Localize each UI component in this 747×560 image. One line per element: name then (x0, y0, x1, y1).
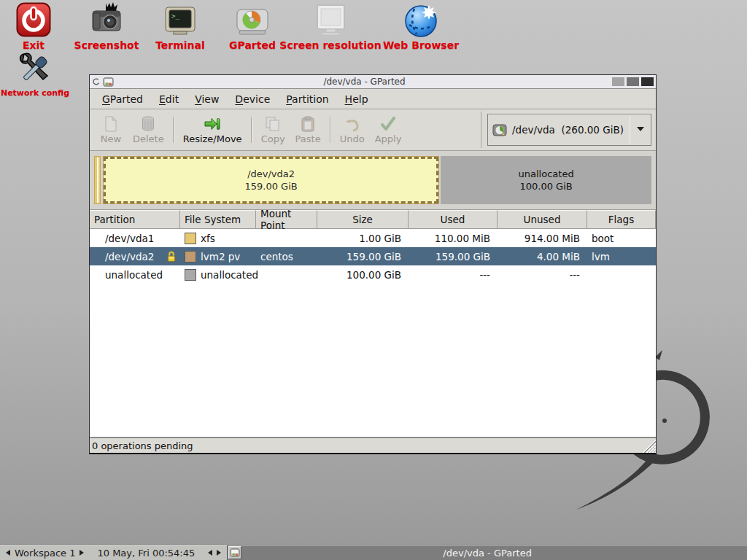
partition-bar-vda2-inner: /dev/vda2 159.00 GiB (104, 157, 438, 203)
new-button[interactable]: New (94, 113, 128, 147)
cell-partition: /dev/vda1 (90, 229, 180, 247)
workspace-pager: Workspace 1 (0, 548, 90, 559)
desktop-icon-label: GParted (229, 39, 276, 51)
desktop-icon-label: Screen resolution (279, 39, 381, 51)
column-header-used[interactable]: Used (409, 210, 498, 229)
column-header-size[interactable]: Size (317, 210, 409, 229)
titlebar[interactable]: /dev/vda - GParted (90, 75, 656, 89)
desktop-icon-terminal[interactable]: >_ Terminal (147, 2, 213, 51)
table-row-unallocated[interactable]: unallocated unallocated 100.00 GiB --- -… (90, 265, 656, 284)
desktop-icon-network-config[interactable]: Network config (1, 51, 69, 98)
undo-button[interactable]: Undo (335, 113, 370, 147)
menu-view[interactable]: View (187, 90, 227, 108)
terminal-icon: >_ (163, 2, 198, 37)
tools-icon (18, 51, 53, 86)
toolbar-separator (330, 117, 331, 143)
task-scroll-arrows (202, 550, 227, 556)
camera-icon (88, 2, 125, 37)
paste-button[interactable]: Paste (290, 113, 326, 147)
cell-size: 1.00 GiB (317, 229, 409, 247)
cell-used: --- (409, 265, 498, 284)
task-prev-icon[interactable] (208, 550, 212, 556)
delete-icon (142, 115, 155, 133)
paste-icon (301, 115, 315, 133)
resize-move-icon (204, 115, 221, 133)
task-next-icon[interactable] (217, 550, 221, 556)
workspace-prev-icon[interactable] (6, 550, 10, 556)
desktop-icon-screen-resolution[interactable]: Screen resolution (282, 2, 379, 51)
resize-grip[interactable] (643, 440, 656, 453)
device-selector[interactable]: /dev/vda (260.00 GiB) (487, 114, 651, 146)
cell-used: 159.00 GiB (409, 247, 498, 265)
status-text: 0 operations pending (92, 440, 193, 451)
desktop-icon-exit[interactable]: Exit (4, 2, 63, 51)
minimize-button[interactable] (612, 77, 624, 86)
menu-edit[interactable]: Edit (151, 90, 187, 108)
cell-partition: /dev/vda2 (90, 247, 180, 265)
cell-unused: --- (498, 265, 587, 284)
task-title: /dev/vda - GParted (228, 548, 747, 559)
cell-unused: 914.00 MiB (498, 229, 587, 247)
menu-help[interactable]: Help (337, 90, 376, 108)
copy-icon (265, 115, 281, 133)
cell-filesystem: unallocated (180, 265, 256, 284)
cell-filesystem: xfs (180, 229, 256, 247)
delete-button[interactable]: Delete (128, 113, 169, 147)
workspace-next-icon[interactable] (80, 550, 84, 556)
window-controls (612, 77, 654, 86)
column-header-mountpoint[interactable]: Mount Point (256, 210, 317, 229)
task-button-gparted[interactable]: /dev/vda - GParted (227, 545, 747, 560)
table-row-vda1[interactable]: /dev/vda1 xfs 1.00 GiB 110.00 MiB 914.00… (90, 229, 656, 247)
partition-bar-vda1[interactable] (94, 156, 101, 204)
cell-size: 159.00 GiB (317, 247, 409, 265)
partition-bar-label: /dev/vda2 (247, 168, 295, 180)
desktop-icon-gparted[interactable]: GParted (220, 2, 285, 51)
desktop-icon-label: Screenshot (74, 39, 139, 51)
chevron-down-icon[interactable] (630, 123, 651, 137)
workspace-label[interactable]: Workspace 1 (15, 548, 75, 559)
table-row-vda2[interactable]: /dev/vda2 lvm2 pv centos 159.00 GiB 159.… (90, 247, 656, 265)
filesystem-color-swatch (185, 269, 196, 281)
maximize-button[interactable] (627, 77, 639, 86)
desktop-icon-label: Web Browser (383, 39, 459, 51)
cell-used: 110.00 MiB (409, 229, 498, 247)
desktop-icon-screenshot[interactable]: Screenshot (73, 2, 140, 51)
cell-flags (587, 265, 656, 284)
partition-bar-unallocated[interactable]: unallocated 100.00 GiB (441, 156, 651, 204)
partition-bar-vda2-selected[interactable]: /dev/vda2 159.00 GiB (103, 156, 439, 204)
close-button[interactable] (641, 77, 654, 86)
device-selector-label: /dev/vda (260.00 GiB) (512, 124, 624, 136)
desktop-icon-label: Exit (23, 39, 44, 51)
apply-icon (380, 115, 396, 133)
desktop-icon-label: Network config (1, 88, 69, 98)
filesystem-color-swatch (185, 251, 196, 262)
filesystem-color-swatch (185, 233, 196, 244)
menu-partition[interactable]: Partition (278, 90, 336, 108)
apply-button[interactable]: Apply (370, 113, 407, 147)
window-menu-icon[interactable] (92, 78, 100, 86)
menu-device[interactable]: Device (227, 90, 278, 108)
taskbar: Workspace 1 10 May, Fri 00:54:45 /dev/vd… (0, 545, 747, 560)
cell-mountpoint: centos (256, 247, 317, 265)
column-header-unused[interactable]: Unused (498, 210, 587, 229)
menu-gparted[interactable]: GParted (94, 90, 151, 108)
cell-filesystem: lvm2 pv (180, 247, 256, 265)
desktop-icon-web-browser[interactable]: Web Browser (379, 2, 463, 51)
cell-unused: 4.00 MiB (498, 247, 587, 265)
cell-mountpoint (256, 229, 317, 247)
cell-partition: unallocated (90, 265, 180, 284)
gparted-app-icon (103, 77, 114, 87)
column-header-partition[interactable]: Partition (90, 210, 180, 229)
cell-flags: lvm (587, 247, 656, 265)
resize-move-button[interactable]: Resize/Move (178, 113, 247, 147)
new-partition-icon (104, 115, 118, 133)
cell-mountpoint (256, 265, 317, 284)
column-header-flags[interactable]: Flags (587, 210, 656, 229)
undo-icon (344, 115, 360, 133)
desktop-icon-label: Terminal (155, 39, 205, 51)
disk-partition-icon (236, 2, 269, 37)
copy-button[interactable]: Copy (256, 113, 290, 147)
column-header-filesystem[interactable]: File System (180, 210, 256, 229)
partition-bar-size: 159.00 GiB (244, 180, 297, 192)
drive-icon (492, 124, 507, 136)
